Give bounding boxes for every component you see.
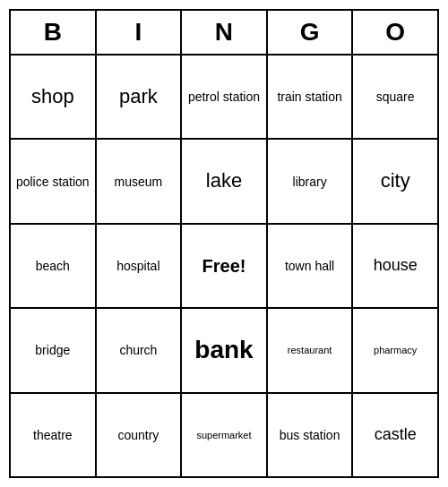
bingo-cell-0-2: petrol station [182,56,268,138]
bingo-cell-3-2: bank [182,309,268,391]
bingo-cell-3-1: church [97,309,183,391]
bingo-row-1: police stationmuseumlakelibrarycity [11,140,437,224]
bingo-cell-4-4: castle [353,394,437,476]
bingo-cell-0-1: park [97,56,183,138]
bingo-cell-2-0: beach [11,225,97,307]
bingo-body: shopparkpetrol stationtrain stationsquar… [11,56,437,476]
bingo-row-2: beachhospitalFree!town hallhouse [11,225,437,309]
bingo-cell-4-2: supermarket [182,394,268,476]
bingo-cell-4-1: country [97,394,183,476]
bingo-row-4: theatrecountrysupermarketbus stationcast… [11,394,437,476]
bingo-cell-0-0: shop [11,56,97,138]
bingo-cell-3-3: restaurant [268,309,354,391]
bingo-cell-1-3: library [268,140,354,222]
bingo-cell-4-3: bus station [268,394,354,476]
bingo-card: BINGO shopparkpetrol stationtrain statio… [9,9,439,478]
bingo-cell-2-2: Free! [182,225,268,307]
bingo-cell-0-3: train station [268,56,354,138]
bingo-row-0: shopparkpetrol stationtrain stationsquar… [11,56,437,140]
header-letter-b: B [11,11,97,54]
bingo-cell-1-1: museum [97,140,183,222]
bingo-cell-1-4: city [353,140,437,222]
bingo-cell-1-0: police station [11,140,97,222]
header-letter-n: N [182,11,268,54]
bingo-cell-4-0: theatre [11,394,97,476]
bingo-cell-2-1: hospital [97,225,183,307]
bingo-row-3: bridgechurchbankrestaurantpharmacy [11,309,437,393]
header-letter-i: I [97,11,183,54]
header-letter-g: G [268,11,354,54]
bingo-cell-1-2: lake [182,140,268,222]
header-letter-o: O [353,11,437,54]
bingo-cell-3-4: pharmacy [353,309,437,391]
bingo-cell-3-0: bridge [11,309,97,391]
bingo-cell-0-4: square [353,56,437,138]
bingo-cell-2-3: town hall [268,225,354,307]
bingo-cell-2-4: house [353,225,437,307]
bingo-header: BINGO [11,11,437,56]
